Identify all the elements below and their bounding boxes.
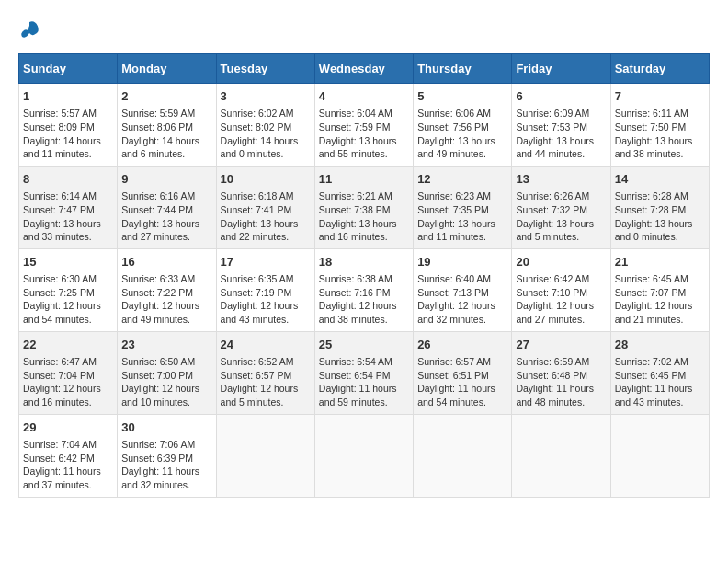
calendar-cell: 28Sunrise: 7:02 AMSunset: 6:45 PMDayligh… <box>610 331 709 414</box>
daylight-text: Daylight: 11 hours and 37 minutes. <box>23 465 101 490</box>
sunrise-text: Sunrise: 6:04 AM <box>319 108 392 119</box>
daylight-text: Daylight: 14 hours and 6 minutes. <box>121 135 199 160</box>
sunset-text: Sunset: 7:56 PM <box>417 121 489 132</box>
day-number: 6 <box>516 88 606 105</box>
sunset-text: Sunset: 7:44 PM <box>121 204 193 215</box>
calendar-week-row: 22Sunrise: 6:47 AMSunset: 7:04 PMDayligh… <box>19 331 710 414</box>
header-sunday: Sunday <box>19 54 118 84</box>
daylight-text: Daylight: 13 hours and 16 minutes. <box>319 218 397 243</box>
day-number: 10 <box>221 171 311 188</box>
daylight-text: Daylight: 11 hours and 48 minutes. <box>516 383 594 408</box>
sunrise-text: Sunrise: 5:59 AM <box>121 108 195 119</box>
sunset-text: Sunset: 7:50 PM <box>615 121 687 132</box>
header-wednesday: Wednesday <box>314 54 413 84</box>
sunrise-text: Sunrise: 7:04 AM <box>23 439 97 450</box>
daylight-text: Daylight: 13 hours and 0 minutes. <box>615 218 693 243</box>
calendar-cell: 5Sunrise: 6:06 AMSunset: 7:56 PMDaylight… <box>414 84 512 167</box>
sunrise-text: Sunrise: 6:30 AM <box>23 273 97 284</box>
daylight-text: Daylight: 13 hours and 38 minutes. <box>615 135 693 160</box>
daylight-text: Daylight: 12 hours and 10 minutes. <box>121 383 199 408</box>
day-number: 26 <box>417 337 507 353</box>
daylight-text: Daylight: 13 hours and 33 minutes. <box>23 218 101 243</box>
sunset-text: Sunset: 7:35 PM <box>417 204 489 215</box>
calendar-cell: 20Sunrise: 6:42 AMSunset: 7:10 PMDayligh… <box>512 248 610 331</box>
sunrise-text: Sunrise: 6:42 AM <box>516 273 589 284</box>
sunrise-text: Sunrise: 7:06 AM <box>121 439 195 450</box>
logo <box>18 18 42 44</box>
sunset-text: Sunset: 7:00 PM <box>121 370 193 381</box>
header-monday: Monday <box>118 54 216 84</box>
day-number: 1 <box>23 88 113 105</box>
daylight-text: Daylight: 13 hours and 5 minutes. <box>516 218 594 243</box>
daylight-text: Daylight: 11 hours and 54 minutes. <box>417 383 495 408</box>
sunrise-text: Sunrise: 6:14 AM <box>23 190 97 201</box>
daylight-text: Daylight: 13 hours and 27 minutes. <box>121 218 199 243</box>
daylight-text: Daylight: 12 hours and 54 minutes. <box>23 300 101 325</box>
header-tuesday: Tuesday <box>216 54 314 84</box>
calendar-header-row: SundayMondayTuesdayWednesdayThursdayFrid… <box>19 54 710 84</box>
daylight-text: Daylight: 12 hours and 38 minutes. <box>319 300 397 325</box>
daylight-text: Daylight: 14 hours and 11 minutes. <box>23 135 101 160</box>
sunrise-text: Sunrise: 6:47 AM <box>23 356 97 367</box>
calendar-week-row: 1Sunrise: 5:57 AMSunset: 8:09 PMDaylight… <box>19 84 710 167</box>
day-number: 5 <box>417 88 507 105</box>
sunset-text: Sunset: 6:48 PM <box>516 370 587 381</box>
sunset-text: Sunset: 7:16 PM <box>319 287 391 298</box>
day-number: 13 <box>516 171 606 188</box>
day-number: 16 <box>121 254 211 270</box>
calendar-cell: 17Sunrise: 6:35 AMSunset: 7:19 PMDayligh… <box>216 248 314 331</box>
day-number: 25 <box>319 337 409 353</box>
day-number: 8 <box>23 171 113 188</box>
day-number: 19 <box>417 254 507 270</box>
header-saturday: Saturday <box>610 54 709 84</box>
sunset-text: Sunset: 8:02 PM <box>221 121 292 132</box>
sunset-text: Sunset: 7:47 PM <box>23 204 95 215</box>
calendar-cell: 27Sunrise: 6:59 AMSunset: 6:48 PMDayligh… <box>512 331 610 414</box>
daylight-text: Daylight: 12 hours and 32 minutes. <box>417 300 495 325</box>
sunrise-text: Sunrise: 6:57 AM <box>417 356 491 367</box>
logo-icon <box>18 18 40 40</box>
calendar-cell: 18Sunrise: 6:38 AMSunset: 7:16 PMDayligh… <box>314 248 413 331</box>
day-number: 9 <box>121 171 211 188</box>
sunset-text: Sunset: 6:39 PM <box>121 453 193 464</box>
sunrise-text: Sunrise: 6:26 AM <box>516 190 589 201</box>
calendar-cell <box>216 414 314 497</box>
daylight-text: Daylight: 12 hours and 43 minutes. <box>221 300 299 325</box>
calendar-cell: 22Sunrise: 6:47 AMSunset: 7:04 PMDayligh… <box>19 331 118 414</box>
sunset-text: Sunset: 7:53 PM <box>516 121 587 132</box>
sunrise-text: Sunrise: 6:54 AM <box>319 356 392 367</box>
sunset-text: Sunset: 6:42 PM <box>23 453 95 464</box>
sunset-text: Sunset: 6:54 PM <box>319 370 391 381</box>
calendar-cell: 16Sunrise: 6:33 AMSunset: 7:22 PMDayligh… <box>118 248 216 331</box>
day-number: 3 <box>221 88 311 105</box>
daylight-text: Daylight: 11 hours and 32 minutes. <box>121 465 199 490</box>
day-number: 28 <box>615 337 705 353</box>
daylight-text: Daylight: 13 hours and 49 minutes. <box>417 135 495 160</box>
sunrise-text: Sunrise: 7:02 AM <box>615 356 688 367</box>
daylight-text: Daylight: 13 hours and 11 minutes. <box>417 218 495 243</box>
daylight-text: Daylight: 13 hours and 44 minutes. <box>516 135 594 160</box>
day-number: 29 <box>23 419 113 436</box>
calendar-cell: 24Sunrise: 6:52 AMSunset: 6:57 PMDayligh… <box>216 331 314 414</box>
calendar-cell: 8Sunrise: 6:14 AMSunset: 7:47 PMDaylight… <box>19 166 118 248</box>
sunrise-text: Sunrise: 6:18 AM <box>221 190 294 201</box>
day-number: 15 <box>23 254 113 270</box>
sunset-text: Sunset: 7:10 PM <box>516 287 587 298</box>
calendar-cell: 25Sunrise: 6:54 AMSunset: 6:54 PMDayligh… <box>314 331 413 414</box>
daylight-text: Daylight: 14 hours and 0 minutes. <box>221 135 299 160</box>
sunrise-text: Sunrise: 6:23 AM <box>417 190 491 201</box>
sunset-text: Sunset: 7:38 PM <box>319 204 391 215</box>
daylight-text: Daylight: 13 hours and 22 minutes. <box>221 218 299 243</box>
sunrise-text: Sunrise: 6:52 AM <box>221 356 294 367</box>
day-number: 24 <box>221 337 311 353</box>
day-number: 23 <box>121 337 211 353</box>
calendar-cell: 29Sunrise: 7:04 AMSunset: 6:42 PMDayligh… <box>19 414 118 497</box>
calendar-cell <box>414 414 512 497</box>
sunrise-text: Sunrise: 6:33 AM <box>121 273 195 284</box>
daylight-text: Daylight: 13 hours and 55 minutes. <box>319 135 397 160</box>
calendar-cell: 12Sunrise: 6:23 AMSunset: 7:35 PMDayligh… <box>414 166 512 248</box>
day-number: 27 <box>516 337 606 353</box>
calendar-cell: 1Sunrise: 5:57 AMSunset: 8:09 PMDaylight… <box>19 84 118 167</box>
sunset-text: Sunset: 7:19 PM <box>221 287 292 298</box>
calendar-cell: 11Sunrise: 6:21 AMSunset: 7:38 PMDayligh… <box>314 166 413 248</box>
